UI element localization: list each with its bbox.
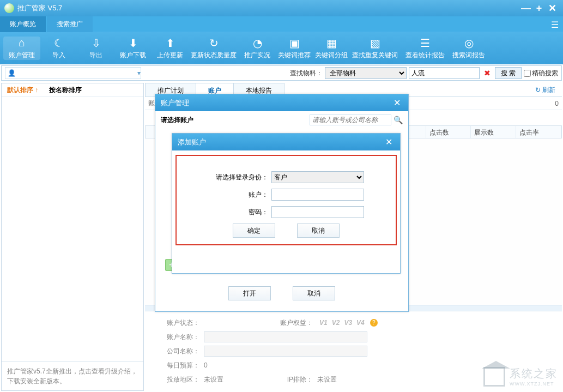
company-label: 公司名称： bbox=[156, 347, 199, 356]
help-icon[interactable]: ? bbox=[370, 319, 378, 327]
left-panel: 默认排序 按名称排序 推广管家v5.7全新推出，点击查看升级介绍，下载安装全新版… bbox=[1, 83, 144, 391]
suggest-icon: ▣ bbox=[276, 37, 313, 50]
tb-update-quality[interactable]: ↻更新状态质量度 bbox=[189, 37, 239, 60]
group-icon: ▦ bbox=[313, 37, 350, 50]
col-impressions: 展示数 bbox=[471, 126, 516, 138]
exclude-label: IP排除： bbox=[269, 375, 313, 384]
v1-badge: V1 bbox=[319, 319, 328, 327]
upload-icon: ⬆ bbox=[152, 37, 189, 50]
report-icon: ◎ bbox=[450, 37, 487, 50]
dlg1-cancel-button[interactable]: 取消 bbox=[293, 286, 335, 300]
password-label: 密码： bbox=[208, 208, 268, 217]
maximize-button[interactable]: + bbox=[532, 3, 546, 14]
account-tree bbox=[2, 97, 143, 361]
dlg2-highlight-box: 请选择登录身份： 客户 账户： 密码： 确定 取消 bbox=[175, 155, 397, 245]
region-label: 投放地区： bbox=[156, 375, 199, 384]
home-icon: ⌂ bbox=[3, 37, 40, 50]
tb-import[interactable]: ☾导入 bbox=[40, 37, 77, 60]
tb-account-manage[interactable]: ⌂账户管理 bbox=[3, 37, 40, 60]
exclude-value: 未设置 bbox=[317, 375, 337, 384]
exact-search-checkbox[interactable]: 精确搜索 bbox=[524, 69, 558, 78]
count-value: 0 bbox=[555, 100, 559, 107]
password-input[interactable] bbox=[271, 206, 364, 218]
material-select[interactable]: 全部物料 bbox=[325, 67, 407, 79]
material-label: 查找物料： bbox=[290, 69, 323, 78]
clear-keyword-icon[interactable]: ✖ bbox=[484, 69, 491, 77]
main-tabstrip: 账户概览 搜索推广 ☰ bbox=[0, 16, 563, 32]
account-info: 账户状态： 账户权益： V1 V2 V3 V4 ? 账户名称： 公司名称： 每日… bbox=[145, 311, 562, 391]
identity-label: 请选择登录身份： bbox=[208, 173, 268, 182]
sort-bar: 默认排序 按名称排序 bbox=[2, 83, 143, 97]
v2-badge: V2 bbox=[332, 319, 340, 327]
dlg1-open-button[interactable]: 打开 bbox=[228, 286, 271, 300]
col-clicks: 点击数 bbox=[426, 126, 471, 138]
dlg2-close-icon[interactable]: ✕ bbox=[383, 137, 395, 147]
search-button[interactable]: 搜 索 bbox=[495, 67, 522, 79]
clock-icon: ◔ bbox=[239, 37, 276, 50]
tb-download[interactable]: ⬇账户下载 bbox=[114, 37, 152, 60]
tb-live[interactable]: ◔推广实况 bbox=[239, 37, 276, 60]
region-value: 未设置 bbox=[204, 375, 269, 384]
minimize-button[interactable]: — bbox=[519, 3, 532, 14]
keyword-input[interactable] bbox=[409, 67, 480, 79]
refresh-icon: ↻ bbox=[189, 37, 239, 50]
tb-search-report[interactable]: ◎搜索词报告 bbox=[450, 37, 487, 60]
sort-default[interactable]: 默认排序 bbox=[2, 83, 44, 96]
hamburger-menu-icon[interactable]: ☰ bbox=[551, 20, 559, 30]
account-label: 账户： bbox=[208, 190, 268, 200]
tab-search-promo[interactable]: 搜索推广 bbox=[47, 16, 93, 32]
app-logo-icon bbox=[4, 3, 14, 13]
refresh-button[interactable]: 刷新 bbox=[529, 83, 562, 97]
company-field[interactable] bbox=[204, 346, 367, 357]
v3-badge: V3 bbox=[344, 319, 352, 327]
tb-stats-report[interactable]: ☰查看统计报告 bbox=[400, 37, 450, 60]
status-label: 账户状态： bbox=[156, 318, 199, 328]
tab-account-overview[interactable]: 账户概览 bbox=[0, 16, 46, 32]
name-label: 账户名称： bbox=[156, 333, 199, 342]
dlg2-ok-button[interactable]: 确定 bbox=[233, 224, 275, 238]
tb-dup-keyword[interactable]: ▧查找重复关键词 bbox=[350, 37, 400, 60]
account-filter-input[interactable]: 👤 ▾ bbox=[5, 67, 141, 79]
dlg1-title: 账户管理 bbox=[161, 98, 391, 108]
col-ctr: 点击率 bbox=[516, 126, 561, 138]
dlg2-title: 添加账户 bbox=[178, 137, 383, 147]
budget-label: 每日预算： bbox=[156, 361, 199, 370]
dialog-add-account: 添加账户 ✕ 请选择登录身份： 客户 账户： 密码： 确定 取消 bbox=[172, 133, 401, 274]
import-icon: ☾ bbox=[40, 37, 77, 50]
search-bar: 👤 ▾ 查找物料： 全部物料 ✖ 搜 索 精确搜索 bbox=[1, 65, 562, 81]
dlg1-close-icon[interactable]: ✕ bbox=[391, 98, 403, 108]
identity-select[interactable]: 客户 bbox=[271, 171, 364, 183]
export-icon: ⇩ bbox=[77, 37, 114, 50]
dlg1-search-input[interactable] bbox=[310, 114, 391, 125]
toolbar: ⌂账户管理 ☾导入 ⇩导出 ⬇账户下载 ⬆上传更新 ↻更新状态质量度 ◔推广实况… bbox=[0, 32, 563, 64]
close-button[interactable]: ✕ bbox=[546, 2, 559, 14]
v4-badge: V4 bbox=[356, 319, 365, 327]
equity-label: 账户权益： bbox=[269, 318, 313, 328]
name-field[interactable] bbox=[204, 331, 367, 342]
account-input[interactable] bbox=[271, 189, 364, 201]
dlg1-hint: 请选择账户 bbox=[161, 116, 310, 125]
upgrade-notice[interactable]: 推广管家v5.7全新推出，点击查看升级介绍，下载安装全新版本。 bbox=[2, 361, 143, 390]
tb-keyword-suggest[interactable]: ▣关键词推荐 bbox=[276, 37, 313, 60]
dlg2-cancel-button[interactable]: 取消 bbox=[297, 224, 340, 238]
tb-export[interactable]: ⇩导出 bbox=[77, 37, 114, 60]
download-icon: ⬇ bbox=[114, 37, 152, 50]
account-filter-dropdown-icon[interactable]: ▾ bbox=[137, 69, 141, 77]
dup-icon: ▧ bbox=[350, 37, 400, 50]
col-hint: 账 bbox=[148, 99, 155, 108]
stats-icon: ☰ bbox=[400, 37, 450, 50]
app-title: 推广管家 V5.7 bbox=[17, 3, 519, 13]
tb-keyword-group[interactable]: ▦关键词分组 bbox=[313, 37, 350, 60]
dlg1-search-icon[interactable]: 🔍 bbox=[394, 116, 403, 124]
budget-value: 0 bbox=[204, 361, 208, 369]
title-bar: 推广管家 V5.7 — + ✕ bbox=[0, 0, 563, 16]
person-icon: 👤 bbox=[8, 69, 16, 77]
sort-by-name[interactable]: 按名称排序 bbox=[44, 83, 87, 96]
tb-upload[interactable]: ⬆上传更新 bbox=[152, 37, 189, 60]
